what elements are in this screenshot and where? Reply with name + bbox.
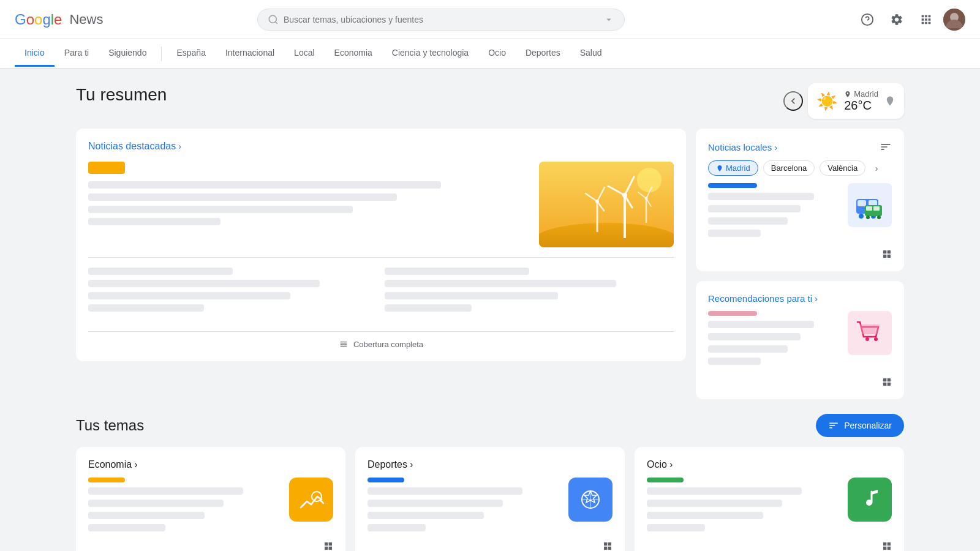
rec-article-image [848, 311, 892, 355]
ocio-image [848, 478, 892, 522]
dep-headline-1 [368, 487, 522, 495]
economia-grid-icon[interactable] [323, 541, 333, 551]
economia-icon-svg [296, 484, 326, 515]
local-news-article [708, 183, 892, 242]
deportes-grid-icon[interactable] [603, 541, 612, 551]
article-tag [88, 162, 125, 174]
nav-item-local[interactable]: Local [284, 40, 324, 67]
econ-tag [88, 478, 125, 482]
right-column: Noticias locales › Madrid Barcelona Valè… [696, 129, 904, 409]
tema-ocio-title[interactable]: Ocio › [647, 459, 673, 470]
pill-valencia[interactable]: València [820, 160, 865, 176]
featured-news-title[interactable]: Noticias destacadas › [88, 141, 181, 152]
nav-item-ocio[interactable]: Ocio [478, 40, 516, 67]
avatar[interactable] [943, 9, 965, 31]
cobertura-completa-button[interactable]: Cobertura completa [88, 331, 674, 349]
nav-item-espana[interactable]: España [167, 40, 215, 67]
rec-headline-3 [708, 345, 788, 353]
deportes-text [368, 478, 561, 536]
recommendations-header: Recomendaciones para ti › [708, 293, 892, 304]
local-article-text [708, 183, 840, 242]
tema-deportes-content [368, 478, 612, 536]
economia-image [289, 478, 333, 522]
svg-point-12 [622, 193, 627, 198]
settings-button[interactable] [884, 7, 909, 32]
nav-item-inicio[interactable]: Inicio [15, 40, 55, 67]
nav-item-economia[interactable]: Economia [325, 40, 382, 67]
deportes-chevron: › [410, 459, 413, 470]
local-headline-3 [708, 217, 788, 225]
temas-section: Tus temas Personalizar Economia › [76, 414, 904, 551]
nav-item-para-ti[interactable]: Para ti [55, 40, 99, 67]
nav-divider [161, 47, 162, 61]
header-right [855, 7, 965, 32]
econ-headline-3 [88, 512, 205, 519]
recommendations-title[interactable]: Recomendaciones para ti › [708, 293, 818, 304]
rec-headline-1 [708, 321, 814, 328]
local-article-image [848, 183, 892, 227]
local-news-header: Noticias locales › [708, 141, 892, 153]
tema-economia-title[interactable]: Economia › [88, 459, 137, 470]
nav-item-siguiendo[interactable]: Siguiendo [99, 40, 156, 67]
sub-headline-1a [88, 280, 320, 287]
rec-grid-icon[interactable] [882, 377, 892, 387]
help-button[interactable] [855, 7, 880, 32]
tema-deportes-card: Deportes › [355, 447, 625, 551]
sub-headline-1b [88, 292, 290, 299]
search-bar[interactable] [257, 9, 625, 31]
page-title: Tu resumen [76, 85, 167, 105]
search-input[interactable] [284, 15, 598, 24]
featured-sub-articles: Cobertura completa [88, 257, 674, 349]
svg-point-0 [269, 15, 276, 23]
article-source [88, 218, 221, 225]
pill-barcelona[interactable]: Barcelona [763, 160, 815, 176]
local-source [708, 183, 757, 188]
app-title: News [69, 12, 103, 28]
svg-point-33 [865, 337, 869, 341]
deportes-image [568, 478, 612, 522]
location-pills: Madrid Barcelona València › [708, 160, 892, 176]
sub-headline-2c [385, 304, 472, 312]
econ-headline-2 [88, 500, 224, 507]
local-news-card: Noticias locales › Madrid Barcelona Valè… [696, 129, 904, 271]
locations-more-button[interactable]: › [870, 162, 883, 174]
weather-city-name: Madrid [854, 89, 878, 99]
apps-button[interactable] [914, 7, 938, 32]
sub-article-1 [88, 268, 377, 317]
nav-item-deportes[interactable]: Deportes [516, 40, 570, 67]
left-column: Noticias destacadas › [76, 129, 686, 409]
sub-headline-2b [385, 292, 558, 299]
local-news-grid-icon[interactable] [882, 249, 892, 259]
ocio-headline-1 [647, 487, 802, 495]
weather-location-icon[interactable] [884, 96, 895, 107]
weather-temp: 26°C [844, 99, 878, 113]
header: Google News [0, 0, 980, 39]
pill-madrid[interactable]: Madrid [708, 160, 758, 176]
svg-point-44 [866, 500, 872, 506]
svg-point-34 [874, 337, 878, 341]
featured-news-card: Noticias destacadas › [76, 129, 686, 361]
search-dropdown-icon[interactable] [603, 14, 614, 25]
main-content: Tu resumen ☀️ Madrid 26°C [61, 69, 919, 551]
nav-item-ciencia[interactable]: Ciencia y tecnologia [382, 40, 478, 67]
google-logo: Google [15, 11, 62, 28]
local-news-title[interactable]: Noticias locales › [708, 142, 777, 152]
weather-prev-button[interactable] [783, 91, 803, 111]
personalizar-button[interactable]: Personalizar [816, 414, 904, 437]
tema-economia-header: Economia › [88, 459, 333, 470]
econ-date [88, 524, 165, 531]
tema-deportes-title[interactable]: Deportes › [368, 459, 413, 470]
economia-chevron: › [134, 459, 137, 470]
tema-economia-card: Economia › [76, 447, 345, 551]
ocio-headline-2 [647, 500, 782, 507]
nav-bar: Inicio Para ti Siguiendo España Internac… [0, 39, 980, 69]
nav-item-internacional[interactable]: Internacional [216, 40, 284, 67]
ocio-grid-icon[interactable] [882, 541, 892, 551]
local-news-filter-icon[interactable] [880, 141, 892, 153]
sub-article-2 [385, 268, 674, 317]
local-news-chevron: › [774, 142, 777, 152]
svg-rect-43 [854, 484, 885, 515]
svg-rect-29 [866, 206, 872, 211]
nav-item-salud[interactable]: Salud [570, 40, 612, 67]
economia-text [88, 478, 282, 536]
